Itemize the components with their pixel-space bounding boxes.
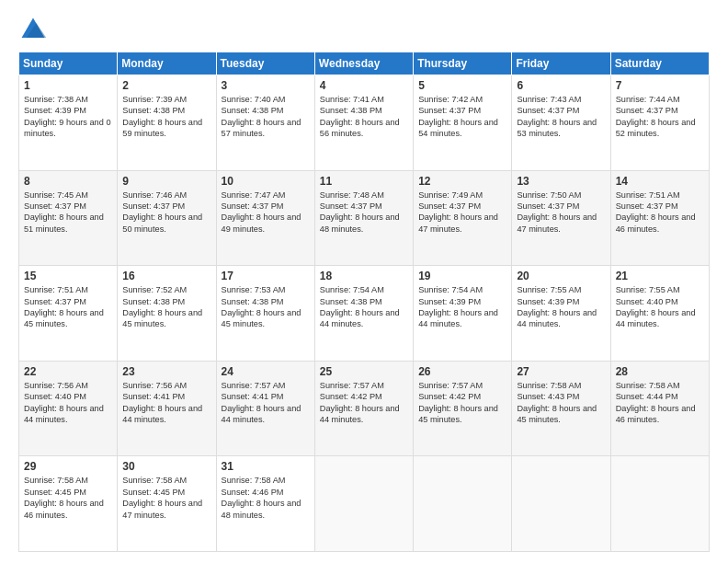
- day-number: 4: [320, 79, 408, 92]
- sunrise-label: Sunrise: 7:57 AM: [222, 381, 286, 390]
- calendar-cell: 13 Sunrise: 7:50 AM Sunset: 4:37 PM Dayl…: [512, 170, 610, 266]
- sunrise-label: Sunrise: 7:45 AM: [24, 190, 88, 200]
- daylight-label: Daylight: 8 hours and 45 minutes.: [122, 308, 202, 328]
- calendar-cell: [314, 456, 413, 552]
- sunrise-label: Sunrise: 7:57 AM: [320, 381, 384, 390]
- sunset-label: Sunset: 4:37 PM: [24, 297, 86, 306]
- sunset-label: Sunset: 4:42 PM: [418, 392, 481, 401]
- cell-content: Sunrise: 7:46 AM Sunset: 4:37 PM Dayligh…: [122, 190, 210, 236]
- daylight-label: Daylight: 8 hours and 46 minutes.: [24, 499, 104, 519]
- calendar-cell: 11 Sunrise: 7:48 AM Sunset: 4:37 PM Dayl…: [314, 170, 413, 266]
- sunrise-label: Sunrise: 7:54 AM: [418, 285, 483, 294]
- sunset-label: Sunset: 4:38 PM: [320, 297, 382, 306]
- day-number: 15: [24, 270, 112, 282]
- calendar-cell: 14 Sunrise: 7:51 AM Sunset: 4:37 PM Dayl…: [610, 170, 709, 266]
- day-number: 5: [418, 79, 506, 92]
- daylight-label: Daylight: 8 hours and 45 minutes.: [517, 404, 597, 424]
- day-number: 13: [517, 175, 605, 188]
- sunset-label: Sunset: 4:38 PM: [222, 297, 284, 306]
- cell-content: Sunrise: 7:43 AM Sunset: 4:37 PM Dayligh…: [517, 94, 605, 140]
- daylight-label: Daylight: 8 hours and 44 minutes.: [122, 404, 202, 424]
- sunset-label: Sunset: 4:37 PM: [320, 201, 382, 211]
- sunset-label: Sunset: 4:37 PM: [418, 201, 481, 211]
- day-header: Monday: [118, 52, 216, 75]
- day-number: 6: [517, 79, 605, 92]
- daylight-label: Daylight: 8 hours and 52 minutes.: [616, 118, 696, 138]
- cell-content: Sunrise: 7:50 AM Sunset: 4:37 PM Dayligh…: [517, 190, 605, 236]
- daylight-label: Daylight: 8 hours and 48 minutes.: [320, 213, 400, 233]
- sunrise-label: Sunrise: 7:47 AM: [222, 190, 286, 200]
- cell-content: Sunrise: 7:58 AM Sunset: 4:45 PM Dayligh…: [122, 475, 210, 521]
- cell-content: Sunrise: 7:47 AM Sunset: 4:37 PM Dayligh…: [222, 190, 310, 236]
- day-header: Wednesday: [314, 52, 413, 75]
- cell-content: Sunrise: 7:48 AM Sunset: 4:37 PM Dayligh…: [320, 190, 408, 236]
- day-number: 12: [418, 175, 506, 188]
- sunrise-label: Sunrise: 7:54 AM: [320, 285, 384, 294]
- sunrise-label: Sunrise: 7:40 AM: [222, 95, 286, 104]
- cell-content: Sunrise: 7:58 AM Sunset: 4:44 PM Dayligh…: [616, 380, 704, 426]
- daylight-label: Daylight: 8 hours and 47 minutes.: [418, 213, 498, 233]
- calendar-body: 1 Sunrise: 7:38 AM Sunset: 4:39 PM Dayli…: [19, 75, 710, 552]
- sunrise-label: Sunrise: 7:58 AM: [517, 381, 581, 390]
- sunrise-label: Sunrise: 7:43 AM: [517, 95, 581, 104]
- day-number: 25: [320, 365, 408, 378]
- day-number: 24: [222, 365, 310, 378]
- day-number: 8: [24, 175, 112, 188]
- sunrise-label: Sunrise: 7:58 AM: [122, 476, 187, 485]
- day-number: 10: [222, 175, 310, 188]
- cell-content: Sunrise: 7:49 AM Sunset: 4:37 PM Dayligh…: [418, 190, 506, 236]
- day-number: 3: [222, 79, 310, 92]
- sunrise-label: Sunrise: 7:53 AM: [222, 285, 286, 294]
- calendar-week-row: 1 Sunrise: 7:38 AM Sunset: 4:39 PM Dayli…: [19, 75, 710, 171]
- sunrise-label: Sunrise: 7:39 AM: [122, 95, 187, 104]
- day-number: 19: [418, 270, 506, 282]
- calendar-cell: 1 Sunrise: 7:38 AM Sunset: 4:39 PM Dayli…: [19, 75, 118, 171]
- day-number: 11: [320, 175, 408, 188]
- sunrise-label: Sunrise: 7:50 AM: [517, 190, 581, 200]
- day-number: 26: [418, 365, 506, 378]
- sunset-label: Sunset: 4:37 PM: [517, 201, 579, 211]
- daylight-label: Daylight: 8 hours and 54 minutes.: [418, 118, 498, 138]
- calendar-cell: 31 Sunrise: 7:58 AM Sunset: 4:46 PM Dayl…: [216, 456, 314, 552]
- calendar-cell: 15 Sunrise: 7:51 AM Sunset: 4:37 PM Dayl…: [19, 266, 118, 362]
- calendar-cell: 19 Sunrise: 7:54 AM Sunset: 4:39 PM Dayl…: [414, 266, 512, 362]
- calendar-week-row: 8 Sunrise: 7:45 AM Sunset: 4:37 PM Dayli…: [19, 170, 710, 266]
- day-header: Tuesday: [216, 52, 314, 75]
- sunrise-label: Sunrise: 7:52 AM: [122, 285, 187, 294]
- sunrise-label: Sunrise: 7:38 AM: [24, 95, 88, 104]
- calendar-week-row: 15 Sunrise: 7:51 AM Sunset: 4:37 PM Dayl…: [19, 266, 710, 362]
- cell-content: Sunrise: 7:57 AM Sunset: 4:41 PM Dayligh…: [222, 380, 310, 426]
- sunrise-label: Sunrise: 7:44 AM: [616, 95, 680, 104]
- daylight-label: Daylight: 8 hours and 46 minutes.: [616, 213, 696, 233]
- day-number: 20: [517, 270, 605, 282]
- sunrise-label: Sunrise: 7:57 AM: [418, 381, 483, 390]
- cell-content: Sunrise: 7:58 AM Sunset: 4:46 PM Dayligh…: [222, 475, 310, 521]
- calendar-cell: 12 Sunrise: 7:49 AM Sunset: 4:37 PM Dayl…: [414, 170, 512, 266]
- day-header: Saturday: [610, 52, 709, 75]
- sunset-label: Sunset: 4:39 PM: [24, 106, 86, 115]
- sunrise-label: Sunrise: 7:46 AM: [122, 190, 187, 200]
- sunset-label: Sunset: 4:41 PM: [122, 392, 185, 401]
- cell-content: Sunrise: 7:51 AM Sunset: 4:37 PM Dayligh…: [616, 190, 704, 236]
- sunset-label: Sunset: 4:46 PM: [222, 488, 284, 497]
- cell-content: Sunrise: 7:52 AM Sunset: 4:38 PM Dayligh…: [122, 284, 210, 330]
- cell-content: Sunrise: 7:41 AM Sunset: 4:38 PM Dayligh…: [320, 94, 408, 140]
- cell-content: Sunrise: 7:45 AM Sunset: 4:37 PM Dayligh…: [24, 190, 112, 236]
- day-number: 31: [222, 460, 310, 473]
- sunrise-label: Sunrise: 7:48 AM: [320, 190, 384, 200]
- daylight-label: Daylight: 9 hours and 0 minutes.: [24, 118, 111, 138]
- cell-content: Sunrise: 7:57 AM Sunset: 4:42 PM Dayligh…: [320, 380, 408, 426]
- sunset-label: Sunset: 4:44 PM: [616, 392, 678, 401]
- day-number: 29: [24, 460, 112, 473]
- sunrise-label: Sunrise: 7:56 AM: [24, 381, 88, 390]
- daylight-label: Daylight: 8 hours and 44 minutes.: [320, 308, 400, 328]
- daylight-label: Daylight: 8 hours and 45 minutes.: [418, 404, 498, 424]
- sunset-label: Sunset: 4:43 PM: [517, 392, 579, 401]
- calendar-cell: 6 Sunrise: 7:43 AM Sunset: 4:37 PM Dayli…: [512, 75, 610, 171]
- daylight-label: Daylight: 8 hours and 44 minutes.: [418, 308, 498, 328]
- calendar-week-row: 29 Sunrise: 7:58 AM Sunset: 4:45 PM Dayl…: [19, 456, 710, 552]
- sunset-label: Sunset: 4:45 PM: [24, 488, 86, 497]
- sunrise-label: Sunrise: 7:51 AM: [616, 190, 680, 200]
- daylight-label: Daylight: 8 hours and 50 minutes.: [122, 213, 202, 233]
- daylight-label: Daylight: 8 hours and 57 minutes.: [222, 118, 301, 138]
